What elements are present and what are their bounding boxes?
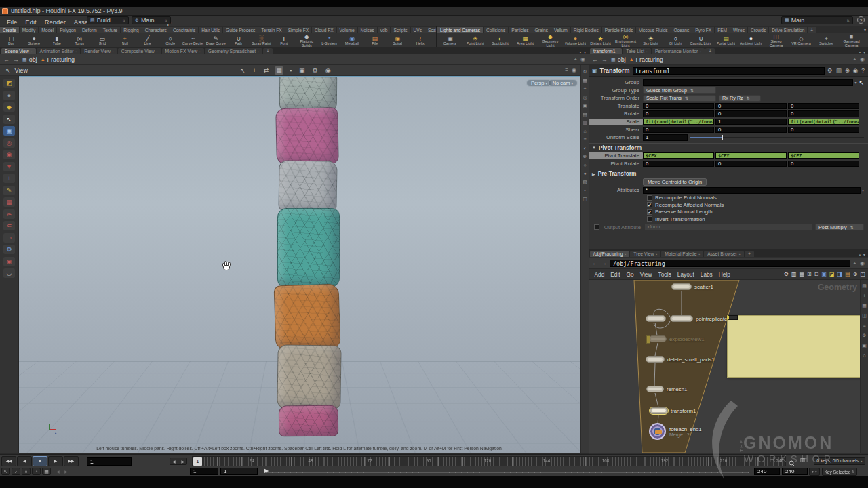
pivot-x-expression-field[interactable]: $CEX <box>643 152 714 159</box>
group-select-arrow-icon[interactable]: ↖ <box>859 79 864 86</box>
shelf-tab[interactable]: Simple FX <box>285 27 312 33</box>
camera-badge[interactable]: No cam <box>548 79 578 87</box>
target-icon[interactable]: ◉ <box>580 56 585 62</box>
rotate-x-field[interactable]: 0 <box>643 110 714 117</box>
shelf-tab[interactable]: Rigid Bodies <box>571 27 602 33</box>
breadcrumb-obj[interactable]: ▦obj <box>22 56 37 63</box>
scene-tool-icon[interactable]: ● <box>3 91 15 100</box>
fractured-block[interactable] <box>279 77 337 112</box>
shelf-tool[interactable]: ▤File <box>363 35 387 46</box>
shelf-tab[interactable]: Model <box>39 27 57 33</box>
dropdown-arrow-icon[interactable]: ▾ <box>862 188 864 192</box>
pane-tab-close-icon[interactable]: ▪ <box>625 252 626 256</box>
network-toolbar-icon[interactable]: ⊕ <box>853 271 858 277</box>
pane-tab[interactable]: Motion FX View▪ <box>162 48 204 54</box>
pivot-rotate-x-field[interactable]: 0 <box>643 161 714 167</box>
shelf-tool[interactable]: ◎Torus <box>68 35 92 46</box>
playbar-option-icon[interactable]: ∩ <box>22 468 31 475</box>
display-option-icon[interactable]: + <box>583 86 586 91</box>
shelf-tool[interactable]: ░Spray Paint <box>250 35 273 46</box>
shelf-tool[interactable]: ★Distant Light <box>588 35 613 46</box>
pane-tab[interactable]: +▪ <box>745 251 754 257</box>
pane-tab[interactable]: Composite View▪ <box>118 48 161 54</box>
pane-tab-close-icon[interactable]: ▪ <box>646 49 648 54</box>
shelf-tool[interactable]: ~Curve Bezier <box>182 35 205 46</box>
network-editor-canvas[interactable]: Geometry scatter1 pointreplicate1 explod… <box>589 280 868 453</box>
display-option-icon[interactable]: ↻ <box>583 69 587 74</box>
shelf-tab[interactable]: Particles <box>509 27 532 33</box>
checkbox[interactable] <box>647 216 652 222</box>
shelf-overflow-arrow-icon[interactable]: ▾ <box>864 27 866 32</box>
pane-tab-close-icon[interactable]: ▪ <box>31 49 33 54</box>
node-body[interactable] <box>646 315 666 322</box>
keys-info-box[interactable]: 0 keys, 0/0 channels <box>814 457 865 465</box>
shelf-tool[interactable]: ☀Point Light <box>462 35 488 46</box>
transport-button[interactable]: ■ <box>33 456 47 466</box>
shelf-tab[interactable]: Lights and Cameras <box>437 27 484 33</box>
network-strip-icon[interactable]: ▦ <box>862 303 867 308</box>
node-body[interactable] <box>671 283 692 290</box>
param-header-icon[interactable]: ⚙ <box>827 67 833 74</box>
shelf-tool[interactable]: ●Volume Light <box>563 35 588 46</box>
node-name-field[interactable]: transform1 <box>633 67 825 75</box>
scale-x-expression-field[interactable]: fit(rand(detail("../foreach_be <box>643 119 714 125</box>
network-toolbar-icon[interactable]: ▥ <box>791 271 797 277</box>
target-icon[interactable]: ◉ <box>860 56 865 62</box>
network-toolbar-icon[interactable]: ◨ <box>837 271 843 277</box>
shelf-tool[interactable]: ◇VR Camera <box>789 35 814 46</box>
pane-tab-close-icon[interactable]: ▪ <box>113 49 114 54</box>
network-strip-icon[interactable]: ⊕ <box>863 333 867 338</box>
network-path-field[interactable]: /obj/Fracturing <box>610 260 850 267</box>
network-toolbar-icon[interactable]: ▣ <box>821 271 827 277</box>
param-header-icon[interactable]: ▥ <box>836 67 842 74</box>
pane-tab-close-icon[interactable]: ▪ <box>617 49 618 54</box>
section-pre-transform[interactable]: ▶Pre-Transform <box>589 169 868 178</box>
pane-tab-close-icon[interactable]: ▪ <box>258 49 259 54</box>
scene-tool-icon[interactable]: ◡ <box>3 268 15 278</box>
display-option-icon[interactable]: ● <box>583 171 586 176</box>
display-option-icon[interactable]: ▧ <box>583 180 587 184</box>
shelf-tab[interactable]: FEM <box>715 27 730 33</box>
range-slider[interactable] <box>266 472 749 473</box>
view-tool-icon[interactable]: ↖ <box>4 66 12 75</box>
translate-y-field[interactable]: 0 <box>715 103 787 110</box>
fractured-block[interactable] <box>275 107 339 165</box>
pane-tab[interactable]: +▪ <box>263 48 273 54</box>
shelf-tab[interactable]: Polygon <box>57 27 79 33</box>
viewport-tool-icon[interactable]: ▦ <box>275 66 283 75</box>
shelf-tool[interactable]: ▦Area Light <box>513 35 538 46</box>
network-menu-item[interactable]: Tools <box>655 271 674 278</box>
shelf-tool[interactable]: ●Sphere <box>23 35 46 46</box>
network-toolbar-icon[interactable]: ⊞ <box>807 271 812 277</box>
scene-tool-icon[interactable]: ▣ <box>3 126 15 136</box>
viewport-tool-icon[interactable]: ↖ <box>239 66 247 75</box>
node-body[interactable] <box>650 407 668 414</box>
group-input[interactable] <box>643 79 853 86</box>
shelf-tab[interactable]: UVs <box>411 27 425 33</box>
node-body[interactable] <box>646 356 665 363</box>
shelf-tab[interactable]: Vellum <box>551 27 571 33</box>
shelf-tab[interactable]: Particle Fluids <box>602 27 636 33</box>
shelf-tab[interactable]: Create <box>0 27 20 33</box>
playbar-option-icon[interactable]: ↖ <box>1 468 10 475</box>
shelf-tab[interactable]: Scripts <box>391 27 410 33</box>
shelf-tool[interactable]: ◻Box <box>0 35 23 46</box>
uniform-scale-field[interactable]: 1 <box>643 134 688 141</box>
translate-x-field[interactable]: 0 <box>643 103 714 110</box>
menu-item[interactable]: Render <box>41 18 70 26</box>
desktop-selector[interactable]: ▤Build <box>87 16 129 24</box>
network-toolbar-icon[interactable]: ▦ <box>800 271 805 277</box>
pane-tab-close-icon[interactable]: ▪ <box>199 49 201 54</box>
display-option-icon[interactable]: ⌂ <box>583 129 586 134</box>
output-attr-field[interactable]: xform <box>644 224 812 230</box>
xform-order-select[interactable]: Scale Rot Trans <box>643 95 716 102</box>
scene-tool-icon[interactable]: ▦ <box>3 197 15 207</box>
shelf-tab[interactable]: Cloud FX <box>312 27 337 33</box>
network-node[interactable]: transform1 <box>650 407 696 414</box>
breadcrumb-obj[interactable]: ▦obj <box>611 56 626 63</box>
viewport-tool-icon[interactable]: ▣ <box>298 66 307 75</box>
display-option-icon[interactable]: ▤ <box>583 112 587 117</box>
shelf-tab[interactable]: Scatter <box>425 27 436 33</box>
viewport-corner-icon[interactable]: ◉ <box>572 67 576 73</box>
transport-button[interactable]: ▶ <box>48 456 63 466</box>
